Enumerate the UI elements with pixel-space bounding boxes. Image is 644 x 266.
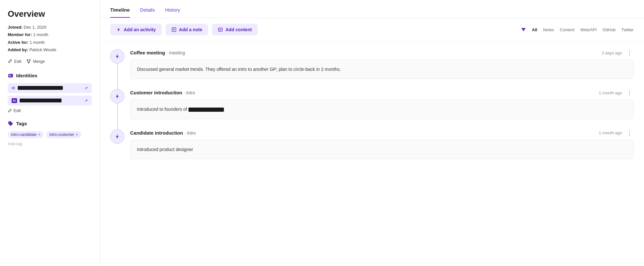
timeline-title-1: Coffee meeting · meeting bbox=[130, 50, 185, 56]
add-content-button[interactable]: Add content bbox=[212, 24, 258, 35]
timeline-meta-1: 3 days ago ⋮ bbox=[601, 49, 634, 56]
add-activity-button[interactable]: Add an activity bbox=[110, 24, 162, 35]
filter-content[interactable]: Content bbox=[560, 27, 575, 32]
timeline-card-3: Introduced product designer bbox=[130, 140, 634, 159]
filter-icon bbox=[521, 27, 526, 32]
email-edit-icon[interactable]: ↗ bbox=[84, 86, 88, 90]
email-redacted bbox=[18, 86, 63, 90]
tag-remove-intro-customer[interactable]: × bbox=[76, 132, 78, 137]
edit-icon bbox=[8, 59, 12, 63]
content-icon bbox=[218, 27, 223, 32]
timeline-icon-1 bbox=[110, 49, 124, 63]
identities-section: Identities ✉ ↗ in ↗ Edit bbox=[8, 73, 92, 113]
tags-title: Tags bbox=[8, 121, 92, 127]
add-note-button[interactable]: Add a note bbox=[166, 24, 208, 35]
identity-email-item: ✉ ↗ bbox=[8, 83, 92, 93]
timeline-container: Coffee meeting · meeting 3 days ago ⋮ Di… bbox=[100, 42, 644, 266]
filter-twitter[interactable]: Twitter bbox=[621, 27, 634, 32]
tag-remove-intro-candidate[interactable]: × bbox=[38, 132, 40, 137]
timeline-line-1 bbox=[117, 63, 118, 89]
timeline-meta-2: 1 month ago ⋮ bbox=[599, 89, 634, 96]
identities-icon bbox=[8, 73, 14, 79]
svg-marker-16 bbox=[116, 134, 119, 139]
filter-github[interactable]: GitHub bbox=[602, 27, 615, 32]
timeline-more-button-2[interactable]: ⋮ bbox=[625, 89, 634, 96]
main-content: Timeline Details History Add an activity… bbox=[100, 0, 644, 266]
timeline-body-3: Candidate introduction · intro 1 month a… bbox=[130, 129, 634, 159]
timeline-more-button-3[interactable]: ⋮ bbox=[625, 129, 634, 137]
email-icon: ✉ bbox=[12, 86, 15, 90]
overview-title: Overview bbox=[8, 9, 92, 19]
tags-section: Tags intro-candidate × intro-customer × … bbox=[8, 121, 92, 146]
timeline-header-1: Coffee meeting · meeting 3 days ago ⋮ bbox=[130, 49, 634, 56]
timeline-icon-3 bbox=[110, 129, 124, 144]
filter-notes[interactable]: Notes bbox=[543, 27, 554, 32]
sidebar-meta: Joined: Dec 1, 2020 Member for: 1 month … bbox=[8, 24, 92, 54]
timeline-icon-2 bbox=[110, 89, 124, 103]
svg-point-0 bbox=[27, 60, 28, 61]
filter-all[interactable]: All bbox=[532, 27, 537, 32]
sidebar-action-bar: Edit Merge bbox=[8, 59, 92, 64]
timeline-header-2: Customer introduction · intro 1 month ag… bbox=[130, 89, 634, 96]
tabs-bar: Timeline Details History bbox=[100, 0, 644, 18]
identities-title: Identities bbox=[8, 73, 92, 79]
bolt-icon-3 bbox=[114, 134, 120, 139]
timeline-body-2: Customer introduction · intro 1 month ag… bbox=[130, 89, 634, 119]
linkedin-edit-icon[interactable]: ↗ bbox=[84, 98, 88, 103]
tab-history[interactable]: History bbox=[165, 7, 180, 18]
svg-marker-7 bbox=[117, 27, 120, 32]
timeline-body-1: Coffee meeting · meeting 3 days ago ⋮ Di… bbox=[130, 49, 634, 79]
note-icon bbox=[171, 27, 177, 32]
timeline-entry-customer-intro: Customer introduction · intro 1 month ag… bbox=[110, 89, 634, 119]
timeline-line-2 bbox=[117, 103, 118, 129]
timeline-more-button-1[interactable]: ⋮ bbox=[625, 49, 634, 56]
tab-details[interactable]: Details bbox=[140, 7, 155, 18]
filter-bar: All Notes Content Web/API GitHub Twitter bbox=[521, 27, 634, 32]
timeline-entry-coffee-meeting: Coffee meeting · meeting 3 days ago ⋮ Di… bbox=[110, 49, 634, 79]
add-tag-button[interactable]: Add tag bbox=[8, 141, 92, 146]
bolt-icon-1 bbox=[114, 53, 120, 59]
svg-marker-14 bbox=[116, 54, 119, 59]
linkedin-redacted bbox=[20, 99, 62, 102]
svg-rect-5 bbox=[9, 75, 11, 76]
bolt-icon bbox=[116, 27, 121, 32]
merge-icon bbox=[26, 59, 31, 63]
tag-pill-intro-customer: intro-customer × bbox=[46, 131, 81, 138]
timeline-entry-candidate-intro: Candidate introduction · intro 1 month a… bbox=[110, 129, 634, 159]
identity-linkedin-item: in ↗ bbox=[8, 96, 92, 106]
edit-button[interactable]: Edit bbox=[8, 59, 21, 64]
edit-icon-small bbox=[8, 109, 12, 113]
tag-pill-intro-candidate: intro-candidate × bbox=[8, 131, 43, 138]
timeline-meta-3: 1 month ago ⋮ bbox=[599, 129, 634, 137]
timeline-card-1: Discussed general market trends. They of… bbox=[130, 60, 634, 79]
toolbar: Add an activity Add a note Add content A… bbox=[100, 18, 644, 42]
timeline-title-2: Customer introduction · intro bbox=[130, 90, 195, 96]
sidebar: Overview Joined: Dec 1, 2020 Member for:… bbox=[0, 0, 100, 266]
svg-rect-8 bbox=[172, 28, 176, 32]
svg-marker-15 bbox=[116, 94, 119, 99]
redacted-text-2 bbox=[188, 108, 224, 112]
timeline-card-2: Introduced to founders of bbox=[130, 100, 634, 119]
tab-timeline[interactable]: Timeline bbox=[110, 7, 130, 18]
merge-button[interactable]: Merge bbox=[26, 59, 45, 64]
tag-icon bbox=[8, 121, 14, 127]
timeline-header-3: Candidate introduction · intro 1 month a… bbox=[130, 129, 634, 137]
timeline-title-3: Candidate introduction · intro bbox=[130, 130, 196, 136]
tag-pills-container: intro-candidate × intro-customer × bbox=[8, 131, 92, 138]
linkedin-badge: in bbox=[12, 98, 17, 103]
svg-rect-4 bbox=[8, 74, 13, 77]
bolt-icon-2 bbox=[114, 93, 120, 99]
identities-edit-button[interactable]: Edit bbox=[8, 108, 92, 113]
svg-rect-11 bbox=[218, 28, 222, 31]
filter-webapi[interactable]: Web/API bbox=[580, 27, 597, 32]
svg-point-1 bbox=[29, 60, 31, 61]
